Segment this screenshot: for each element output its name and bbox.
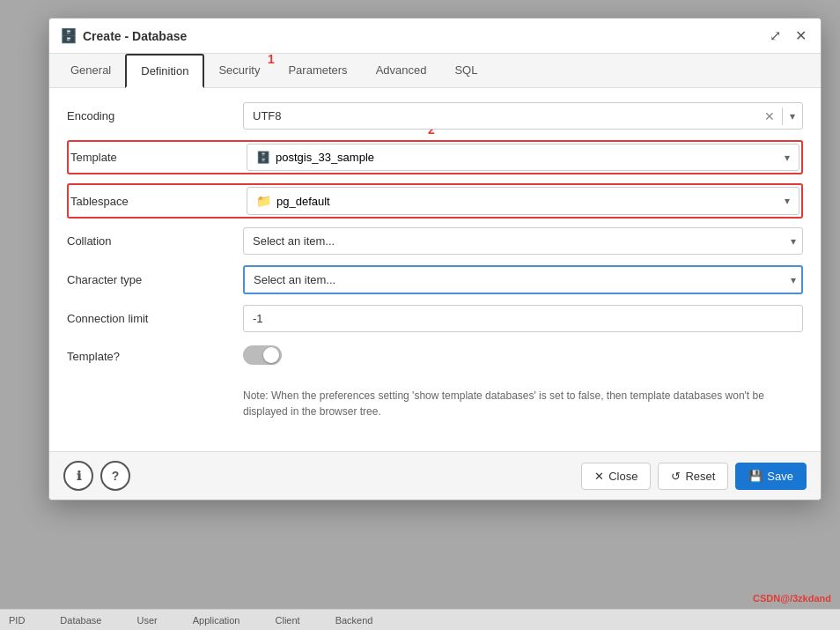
- create-database-modal: 🗄️ Create - Database ⤢ ✕ 1 General Defin…: [48, 18, 822, 500]
- save-label: Save: [767, 470, 793, 483]
- save-icon: 💾: [748, 470, 763, 483]
- connection-limit-row: Connection limit -1: [67, 305, 803, 332]
- tab-advanced[interactable]: Advanced: [362, 54, 441, 88]
- template-toggle-row: Template?: [67, 343, 803, 370]
- info-button[interactable]: ℹ: [63, 461, 93, 491]
- modal-header: 🗄️ Create - Database ⤢ ✕: [49, 19, 821, 54]
- tablespace-select[interactable]: 📁 pg_default ▾: [247, 187, 799, 215]
- tablespace-highlighted-row: Tablespace 📁 pg_default ▾: [67, 183, 803, 219]
- tab-security[interactable]: Security: [204, 54, 274, 88]
- collation-row: Collation Select an item... ▾: [67, 227, 803, 255]
- template-db-icon: 🗄️: [256, 151, 270, 164]
- connection-limit-input[interactable]: -1: [243, 305, 803, 332]
- encoding-clear-button[interactable]: ✕: [757, 106, 782, 127]
- bottom-pid: PID: [9, 615, 25, 626]
- tablespace-folder-icon: 📁: [256, 194, 271, 208]
- character-type-control: Select an item... ▾: [243, 265, 803, 294]
- collation-select[interactable]: Select an item...: [243, 227, 803, 255]
- note-text: Note: When the preferences setting 'show…: [243, 381, 771, 426]
- template-label: Template: [70, 144, 247, 171]
- bottom-bar: PID Database User Application Client Bac…: [0, 609, 840, 630]
- note-row: Note: When the preferences setting 'show…: [67, 381, 803, 426]
- reset-button[interactable]: ↺ Reset: [658, 463, 728, 490]
- bottom-application: Application: [193, 615, 240, 626]
- tab-sql[interactable]: SQL: [440, 54, 491, 88]
- collation-label: Collation: [67, 227, 243, 255]
- expand-button[interactable]: ⤢: [766, 26, 785, 46]
- bottom-client: Client: [276, 615, 300, 626]
- template-control: 🗄️ postgis_33_sample ▾: [247, 144, 799, 171]
- tablespace-row: Tablespace 📁 pg_default ▾: [70, 187, 799, 215]
- close-x-icon: ✕: [594, 470, 604, 483]
- note-label-spacer: [67, 381, 243, 395]
- close-label: Close: [608, 470, 637, 483]
- encoding-row: Encoding UTF8 ✕ ▾: [67, 102, 803, 130]
- close-button[interactable]: ✕ Close: [581, 463, 651, 490]
- tablespace-control: 📁 pg_default ▾: [247, 187, 799, 215]
- template-toggle-label: Template?: [67, 343, 243, 370]
- close-icon-button[interactable]: ✕: [792, 26, 810, 46]
- note-control: Note: When the preferences setting 'show…: [243, 381, 803, 426]
- toggle-knob: [263, 347, 279, 363]
- tab-general[interactable]: General: [56, 54, 125, 88]
- modal-header-actions: ⤢ ✕: [766, 26, 810, 46]
- help-button[interactable]: ?: [100, 461, 130, 491]
- modal-title: 🗄️ Create - Database: [60, 27, 187, 44]
- bottom-user: User: [136, 615, 157, 626]
- connection-limit-control: -1: [243, 305, 803, 332]
- watermark: CSDN@/3zkdand: [753, 593, 831, 604]
- bottom-backend: Backend: [335, 615, 373, 626]
- template-toggle-control: [243, 345, 803, 367]
- encoding-wrap[interactable]: UTF8 ✕ ▾: [243, 102, 803, 130]
- character-type-label: Character type: [67, 266, 243, 293]
- annotation-1: 1: [268, 52, 275, 66]
- footer-left: ℹ ?: [63, 461, 130, 491]
- encoding-chevron-icon[interactable]: ▾: [783, 107, 802, 126]
- template-select[interactable]: 🗄️ postgis_33_sample ▾: [247, 144, 799, 171]
- character-type-row: Character type Select an item... ▾: [67, 265, 803, 294]
- connection-limit-label: Connection limit: [67, 305, 243, 332]
- collation-select-wrap: Select an item... ▾: [243, 227, 803, 255]
- db-icon: 🗄️: [60, 27, 77, 44]
- character-type-select[interactable]: Select an item...: [243, 265, 803, 294]
- reset-icon: ↺: [671, 470, 681, 483]
- reset-label: Reset: [685, 470, 715, 483]
- modal-footer: ℹ ? ✕ Close ↺ Reset 💾 Save: [49, 451, 821, 500]
- template-chevron-icon: ▾: [785, 152, 790, 164]
- encoding-control: UTF8 ✕ ▾: [243, 102, 803, 130]
- save-button[interactable]: 💾 Save: [735, 463, 807, 490]
- encoding-label: Encoding: [67, 102, 243, 130]
- template-value-text: postgis_33_sample: [276, 151, 374, 164]
- template-row: Template 🗄️ postgis_33_sample ▾: [70, 144, 799, 171]
- tab-definition[interactable]: Definition: [125, 54, 204, 88]
- tablespace-label: Tablespace: [70, 188, 247, 215]
- encoding-value: UTF8: [244, 103, 757, 129]
- tab-bar: General Definition Security Parameters A…: [49, 54, 821, 88]
- template-toggle-switch[interactable]: [243, 345, 282, 365]
- modal-title-text: Create - Database: [83, 29, 187, 43]
- footer-right: ✕ Close ↺ Reset 💾 Save: [581, 463, 807, 490]
- tablespace-value-text: pg_default: [276, 195, 330, 208]
- tablespace-chevron-icon: ▾: [785, 195, 790, 207]
- bottom-database: Database: [60, 615, 101, 626]
- template-highlighted-row: Template 🗄️ postgis_33_sample ▾: [67, 140, 803, 174]
- character-type-select-wrap: Select an item... ▾: [243, 265, 803, 294]
- tab-parameters[interactable]: Parameters: [274, 54, 361, 88]
- collation-control: Select an item... ▾: [243, 227, 803, 255]
- modal-body: Encoding UTF8 ✕ ▾ Template 🗄️ postgis_33…: [49, 88, 821, 451]
